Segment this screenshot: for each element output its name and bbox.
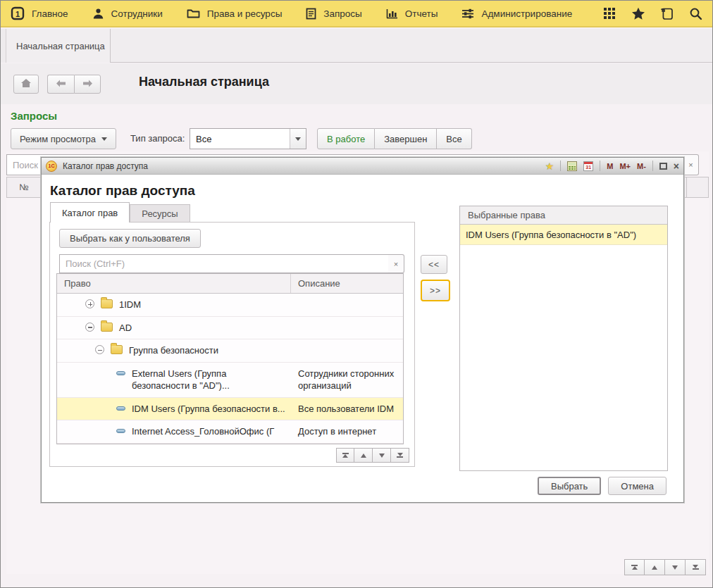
go-last-button[interactable] bbox=[686, 559, 706, 575]
dialog-title: Каталог прав доступа bbox=[63, 161, 148, 171]
menu-item-administration[interactable]: Администрирование bbox=[461, 8, 572, 19]
right-name: IDM Users (Группа безопасности в... bbox=[132, 403, 285, 415]
tab-rights-catalog[interactable]: Каталог прав bbox=[50, 202, 130, 223]
forward-button[interactable] bbox=[74, 75, 101, 94]
menu-item-requests[interactable]: Запросы bbox=[306, 8, 361, 20]
add-to-favorites-icon[interactable]: ★ bbox=[545, 161, 554, 171]
history-nav-group bbox=[47, 75, 101, 94]
tree-folder-row[interactable]: 1IDM bbox=[57, 294, 403, 317]
requests-section-title: Запросы bbox=[11, 110, 57, 122]
column-header-right[interactable]: Право bbox=[57, 274, 291, 293]
history-icon[interactable] bbox=[661, 7, 674, 20]
memory-plus-button[interactable]: M+ bbox=[619, 162, 631, 170]
right-name: External Users (Группа безопасности в "A… bbox=[132, 368, 287, 392]
menu-item-label: Запросы bbox=[323, 8, 361, 19]
main-menubar: 1 Главное Сотрудники Права и ресурсы Зап… bbox=[1, 1, 712, 27]
menu-item-rights-resources[interactable]: Права и ресурсы bbox=[187, 8, 283, 19]
requests-list-pager bbox=[624, 559, 706, 575]
right-description bbox=[291, 317, 403, 339]
dialog-titlebar[interactable]: 1С Каталог прав доступа ★ 31 M M+ M- × bbox=[42, 158, 683, 175]
move-buttons: << >> bbox=[421, 255, 452, 301]
tab-resources[interactable]: Ресурсы bbox=[130, 204, 190, 223]
cancel-button[interactable]: Отмена bbox=[608, 477, 666, 495]
right-description: Все пользователи IDM bbox=[291, 398, 403, 420]
tree-item-row[interactable]: External Users (Группа безопасности в "A… bbox=[57, 363, 403, 398]
selected-right-item[interactable]: IDM Users (Группа безопасности в "AD") bbox=[460, 225, 667, 245]
back-button[interactable] bbox=[47, 75, 74, 94]
tabstrip-left-splitter[interactable] bbox=[1, 29, 6, 63]
dialog-titlebar-icons: ★ 31 M M+ M- × bbox=[545, 161, 679, 171]
close-icon[interactable]: × bbox=[674, 161, 679, 171]
document-icon bbox=[306, 8, 316, 20]
go-first-button[interactable] bbox=[624, 559, 645, 575]
menu-item-reports[interactable]: Отчеты bbox=[386, 8, 438, 19]
page-title: Начальная страница bbox=[139, 75, 269, 89]
selected-rights-header: Выбранные права bbox=[460, 206, 667, 225]
request-type-value: Все bbox=[190, 134, 290, 144]
favorites-star-icon[interactable] bbox=[631, 7, 645, 20]
folder-icon bbox=[101, 299, 113, 308]
menubar-right-icons bbox=[603, 7, 702, 20]
titlebar-separator bbox=[652, 161, 653, 171]
go-prev-button[interactable] bbox=[354, 448, 373, 463]
add-selected-button[interactable]: >> bbox=[421, 280, 450, 301]
go-last-button[interactable] bbox=[391, 448, 409, 463]
maximize-icon[interactable] bbox=[659, 163, 667, 170]
tree-item-row[interactable]: IDM Users (Группа безопасности в...Все п… bbox=[57, 398, 403, 421]
menu-item-label: Главное bbox=[32, 8, 68, 19]
tree-item-row[interactable]: Internet Access_ГоловнойОфис (ГДоступ в … bbox=[57, 420, 403, 444]
right-description: Доступ в интернет bbox=[291, 420, 403, 443]
calendar-icon[interactable]: 31 bbox=[583, 161, 593, 171]
collapse-icon[interactable] bbox=[95, 345, 104, 354]
memory-store-button[interactable]: M bbox=[607, 162, 613, 170]
menu-item-label: Отчеты bbox=[405, 8, 438, 19]
request-type-combobox[interactable]: Все bbox=[190, 128, 306, 149]
menu-item-main[interactable]: 1 Главное bbox=[11, 6, 68, 20]
column-header-description[interactable]: Описание bbox=[291, 274, 403, 293]
right-item-icon bbox=[116, 406, 125, 411]
calculator-icon[interactable] bbox=[567, 161, 577, 171]
go-prev-button[interactable] bbox=[645, 559, 665, 575]
search-icon[interactable] bbox=[689, 7, 702, 20]
go-next-button[interactable] bbox=[373, 448, 391, 463]
rights-catalog-panel: Выбрать как у пользователя × Право Описа… bbox=[49, 222, 415, 467]
go-next-button[interactable] bbox=[665, 559, 686, 575]
tree-folder-row[interactable]: AD bbox=[57, 317, 403, 340]
go-first-button[interactable] bbox=[336, 448, 354, 463]
status-filter-finished[interactable]: Завершен bbox=[375, 128, 437, 149]
pick-as-user-button[interactable]: Выбрать как у пользователя bbox=[59, 229, 201, 248]
dialog-heading: Каталог прав доступа bbox=[50, 183, 195, 199]
status-filter-all[interactable]: Все bbox=[437, 128, 471, 149]
rights-table-header: Право Описание bbox=[57, 274, 403, 294]
menu-item-employees[interactable]: Сотрудники bbox=[92, 8, 163, 20]
view-mode-button[interactable]: Режим просмотра bbox=[11, 128, 116, 149]
tab-home-page[interactable]: Начальная страница bbox=[6, 29, 111, 63]
number-column-header[interactable]: № bbox=[7, 177, 42, 197]
chevron-down-icon bbox=[101, 137, 107, 141]
tree-folder-row[interactable]: Группа безопасности bbox=[57, 339, 403, 363]
1c-app-icon: 1С bbox=[46, 161, 57, 172]
person-icon bbox=[92, 8, 104, 20]
menu-item-label: Права и ресурсы bbox=[207, 8, 283, 19]
titlebar-separator bbox=[600, 161, 600, 171]
expand-icon[interactable] bbox=[85, 299, 94, 308]
home-button[interactable] bbox=[13, 75, 39, 94]
sliders-icon bbox=[461, 8, 474, 19]
right-description bbox=[291, 339, 403, 362]
rights-tree-body: 1IDMADГруппа безопасностиExternal Users … bbox=[57, 294, 403, 444]
requests-search-clear-button[interactable]: × bbox=[683, 154, 699, 175]
rights-search-input[interactable] bbox=[59, 254, 389, 273]
apps-grid-icon[interactable] bbox=[603, 7, 616, 20]
collapse-icon[interactable] bbox=[85, 323, 94, 332]
selected-rights-list: IDM Users (Группа безопасности в "AD") bbox=[460, 225, 667, 245]
memory-minus-button[interactable]: M- bbox=[637, 162, 646, 170]
rights-table-pager bbox=[336, 448, 409, 463]
choose-button[interactable]: Выбрать bbox=[538, 477, 601, 495]
rights-search-clear-button[interactable]: × bbox=[388, 254, 404, 273]
arrow-left-icon bbox=[56, 79, 66, 89]
right-item-icon bbox=[116, 429, 125, 433]
remove-all-button[interactable]: << bbox=[421, 255, 447, 274]
combo-dropdown-button[interactable] bbox=[290, 129, 306, 149]
tab-label: Начальная страница bbox=[16, 41, 105, 51]
status-filter-in-progress[interactable]: В работе bbox=[317, 128, 375, 149]
